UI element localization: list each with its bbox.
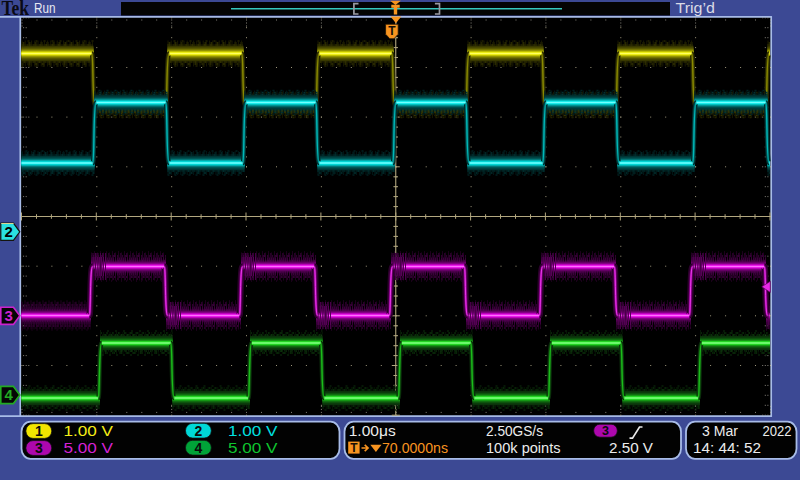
svg-text:1.00 V: 1.00 V (228, 422, 278, 439)
svg-text:1.00 V: 1.00 V (64, 422, 114, 439)
svg-text:70.0000ns: 70.0000ns (382, 439, 448, 456)
svg-text:T: T (388, 24, 396, 38)
svg-text:1: 1 (35, 423, 43, 439)
svg-text:1.00μs: 1.00μs (349, 422, 396, 439)
svg-text:14: 44: 52: 14: 44: 52 (693, 439, 761, 456)
svg-text:2.50GS/s: 2.50GS/s (486, 422, 543, 439)
svg-text:3: 3 (602, 424, 609, 438)
svg-text:100k points: 100k points (486, 439, 561, 456)
svg-text:4: 4 (4, 386, 13, 403)
svg-text:Trig’d: Trig’d (676, 0, 716, 16)
svg-text:5.00 V: 5.00 V (228, 439, 278, 456)
svg-text:3: 3 (35, 440, 43, 456)
svg-text:2: 2 (195, 423, 203, 439)
svg-text:Run: Run (34, 0, 56, 16)
svg-text:2022: 2022 (763, 422, 792, 439)
svg-text:4: 4 (195, 440, 203, 456)
svg-text:T: T (350, 441, 358, 455)
svg-text:2.50 V: 2.50 V (609, 439, 654, 456)
svg-text:3: 3 (4, 307, 12, 324)
svg-text:2: 2 (4, 223, 12, 240)
svg-text:5.00 V: 5.00 V (64, 439, 114, 456)
svg-text:3 Mar: 3 Mar (702, 422, 738, 439)
svg-text:Tek: Tek (2, 0, 30, 19)
